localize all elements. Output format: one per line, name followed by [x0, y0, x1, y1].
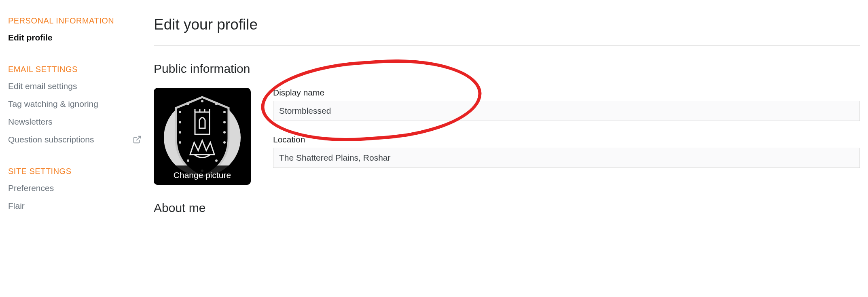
sidebar-item-label: Flair	[8, 201, 25, 211]
public-info-heading: Public information	[154, 62, 860, 76]
sidebar-section-personal: PERSONAL INFORMATION Edit profile	[8, 16, 142, 42]
svg-line-0	[136, 136, 140, 140]
sidebar-item-label: Tag watching & ignoring	[8, 99, 98, 109]
sidebar-section-site: SITE SETTINGS Preferences Flair	[8, 167, 142, 211]
sidebar-item-flair[interactable]: Flair	[8, 201, 142, 211]
sidebar-item-label: Question subscriptions	[8, 135, 94, 144]
location-label: Location	[273, 135, 860, 144]
about-me-heading: About me	[154, 201, 860, 215]
svg-point-5	[179, 141, 181, 144]
sidebar-item-label: Newsletters	[8, 117, 53, 127]
sidebar-item-tag-watching[interactable]: Tag watching & ignoring	[8, 99, 142, 109]
sidebar-item-question-subscriptions[interactable]: Question subscriptions	[8, 135, 142, 144]
display-name-input[interactable]	[273, 101, 860, 121]
sidebar-item-newsletters[interactable]: Newsletters	[8, 117, 142, 127]
profile-fields: Display name Location	[273, 88, 860, 182]
change-picture-label: Change picture	[154, 165, 251, 185]
svg-point-3	[179, 121, 181, 123]
sidebar-section-email: EMAIL SETTINGS Edit email settings Tag w…	[8, 65, 142, 144]
public-info-block: Change picture Display name Location	[154, 88, 860, 185]
sidebar-item-preferences[interactable]: Preferences	[8, 183, 142, 193]
location-field-block: Location	[273, 135, 860, 168]
sidebar-section-title-email: EMAIL SETTINGS	[8, 65, 142, 74]
page-title: Edit your profile	[154, 16, 860, 33]
settings-sidebar: PERSONAL INFORMATION Edit profile EMAIL …	[8, 16, 142, 215]
svg-point-6	[223, 111, 226, 113]
svg-point-10	[187, 103, 189, 105]
sidebar-item-edit-email[interactable]: Edit email settings	[8, 81, 142, 91]
svg-point-12	[215, 103, 218, 105]
sidebar-item-label: Edit profile	[8, 33, 53, 42]
location-input[interactable]	[273, 148, 860, 168]
svg-point-15	[215, 159, 218, 162]
avatar-change-picture[interactable]: Change picture	[154, 88, 251, 185]
sidebar-item-label: Preferences	[8, 183, 54, 193]
svg-point-13	[187, 159, 189, 162]
svg-point-2	[179, 111, 181, 113]
sidebar-section-title-site: SITE SETTINGS	[8, 167, 142, 176]
svg-point-4	[179, 131, 181, 134]
svg-point-9	[223, 141, 226, 144]
svg-point-11	[201, 100, 203, 102]
sidebar-item-label: Edit email settings	[8, 81, 77, 91]
svg-point-7	[223, 121, 226, 123]
svg-point-8	[223, 131, 226, 134]
divider	[154, 45, 860, 46]
display-name-label: Display name	[273, 88, 860, 98]
sidebar-section-title-personal: PERSONAL INFORMATION	[8, 16, 142, 25]
display-name-field-block: Display name	[273, 88, 860, 121]
main-content: Edit your profile Public information	[154, 16, 860, 215]
external-link-icon	[133, 135, 142, 144]
sidebar-item-edit-profile[interactable]: Edit profile	[8, 33, 142, 42]
